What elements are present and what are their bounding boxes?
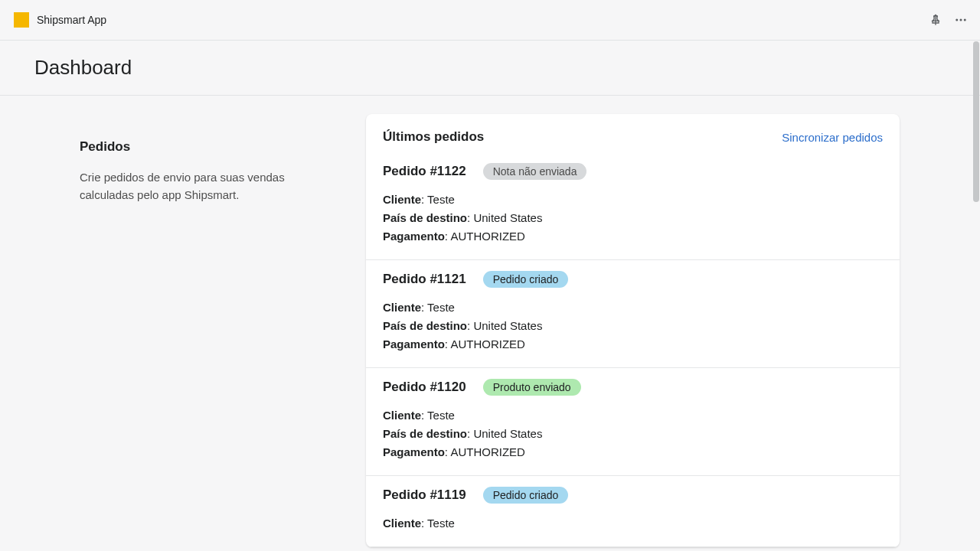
- page-title: Dashboard: [34, 56, 946, 80]
- section-subtext: Crie pedidos de envio para suas vendas c…: [80, 168, 335, 204]
- field-label: Cliente: [383, 409, 421, 422]
- status-badge: Pedido criado: [483, 487, 569, 504]
- order-field-cliente: Cliente: Teste: [383, 406, 883, 425]
- order-title: Pedido #1119: [383, 487, 466, 503]
- content: Pedidos Crie pedidos de envio para suas …: [0, 96, 980, 551]
- order-head: Pedido #1122Nota não enviada: [383, 163, 883, 180]
- order-item[interactable]: Pedido #1121Pedido criadoCliente: TesteP…: [366, 260, 900, 368]
- scrollbar-thumb[interactable]: [973, 41, 979, 202]
- order-field-pagamento: Pagamento: AUTHORIZED: [383, 227, 883, 246]
- order-item[interactable]: Pedido #1119Pedido criadoCliente: Teste: [366, 476, 900, 547]
- svg-point-2: [964, 19, 966, 21]
- field-value: United States: [473, 211, 542, 224]
- field-value: AUTHORIZED: [450, 230, 525, 243]
- order-field-pais: País de destino: United States: [383, 317, 883, 335]
- field-value: AUTHORIZED: [450, 337, 525, 350]
- order-item[interactable]: Pedido #1122Nota não enviadaCliente: Tes…: [366, 154, 900, 260]
- card-title: Últimos pedidos: [383, 129, 484, 145]
- order-field-pagamento: Pagamento: AUTHORIZED: [383, 443, 883, 461]
- order-field-pagamento: Pagamento: AUTHORIZED: [383, 335, 883, 354]
- order-item[interactable]: Pedido #1120Produto enviadoCliente: Test…: [366, 368, 900, 476]
- field-label: País de destino: [383, 211, 467, 224]
- orders-list: Pedido #1122Nota não enviadaCliente: Tes…: [366, 154, 900, 547]
- field-value: United States: [473, 319, 542, 332]
- field-value: United States: [473, 427, 542, 440]
- app-title: Shipsmart App: [37, 14, 106, 26]
- field-label: Pagamento: [383, 445, 445, 458]
- orders-card: Últimos pedidos Sincronizar pedidos Pedi…: [366, 114, 900, 547]
- order-field-cliente: Cliente: Teste: [383, 298, 883, 317]
- order-title: Pedido #1122: [383, 164, 466, 179]
- field-label: Cliente: [383, 193, 421, 206]
- order-head: Pedido #1119Pedido criado: [383, 487, 883, 504]
- order-field-cliente: Cliente: Teste: [383, 191, 883, 209]
- topbar: Shipsmart App: [0, 0, 980, 41]
- order-head: Pedido #1120Produto enviado: [383, 379, 883, 396]
- field-value: Teste: [427, 193, 455, 206]
- more-icon[interactable]: [954, 13, 968, 27]
- order-title: Pedido #1120: [383, 380, 466, 395]
- status-badge: Nota não enviada: [483, 163, 587, 180]
- order-title: Pedido #1121: [383, 272, 466, 287]
- field-label: Pagamento: [383, 337, 445, 350]
- app-logo-icon: [14, 12, 29, 28]
- order-field-cliente: Cliente: Teste: [383, 514, 883, 533]
- card-header: Últimos pedidos Sincronizar pedidos: [366, 114, 900, 154]
- field-label: Pagamento: [383, 230, 445, 243]
- section-description: Pedidos Crie pedidos de envio para suas …: [0, 114, 366, 547]
- page-header: Dashboard: [0, 41, 980, 96]
- field-label: Cliente: [383, 517, 421, 530]
- pin-icon[interactable]: [929, 14, 942, 26]
- field-label: País de destino: [383, 319, 467, 332]
- sync-orders-link[interactable]: Sincronizar pedidos: [782, 131, 883, 144]
- order-head: Pedido #1121Pedido criado: [383, 271, 883, 288]
- topbar-actions: [929, 13, 968, 27]
- order-field-pais: País de destino: United States: [383, 209, 883, 227]
- svg-point-1: [960, 19, 962, 21]
- status-badge: Produto enviado: [483, 379, 581, 396]
- topbar-left: Shipsmart App: [14, 12, 106, 28]
- svg-point-0: [956, 19, 958, 21]
- field-value: Teste: [427, 409, 455, 422]
- field-value: Teste: [427, 301, 455, 314]
- field-label: País de destino: [383, 427, 467, 440]
- section-heading: Pedidos: [80, 139, 335, 155]
- order-field-pais: País de destino: United States: [383, 425, 883, 443]
- field-value: AUTHORIZED: [450, 445, 525, 458]
- status-badge: Pedido criado: [483, 271, 569, 288]
- field-value: Teste: [427, 517, 455, 530]
- field-label: Cliente: [383, 301, 421, 314]
